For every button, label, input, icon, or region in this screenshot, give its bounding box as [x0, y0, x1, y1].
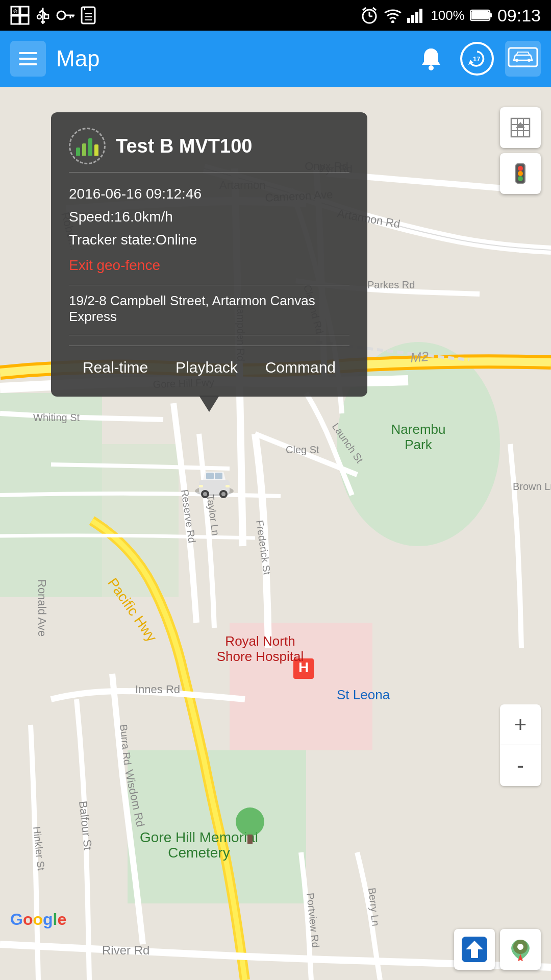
svg-text:Ronald Ave: Ronald Ave	[36, 579, 48, 636]
map-layer-icon	[509, 116, 532, 139]
svg-rect-16	[82, 7, 95, 23]
command-button[interactable]: Command	[255, 354, 346, 381]
svg-rect-33	[471, 11, 489, 19]
info-popup: Test B MVT100 2016-06-16 09:12:46 Speed:…	[51, 112, 367, 397]
svg-rect-37	[509, 48, 537, 66]
svg-point-105	[518, 176, 523, 181]
svg-point-8	[37, 15, 41, 19]
svg-text:17: 17	[473, 55, 480, 63]
geo-fence-alert: Exit geo-fence	[69, 254, 349, 277]
svg-rect-95	[226, 485, 230, 487]
map-side-buttons	[500, 107, 541, 194]
bell-button[interactable]	[413, 41, 449, 77]
svg-text:St Leona: St Leona	[337, 687, 390, 702]
bottom-right-icons	[454, 929, 541, 970]
status-icons-left: 会	[10, 6, 96, 25]
svg-text:Brown Ln: Brown Ln	[513, 481, 551, 492]
svg-point-34	[429, 65, 434, 70]
svg-text:Innes Rd: Innes Rd	[135, 683, 180, 696]
status-icons-right: 100% 09:13	[360, 6, 541, 26]
directions-button[interactable]	[454, 929, 495, 970]
status-icon-1: 会	[10, 6, 30, 25]
app-title: Map	[56, 46, 100, 71]
svg-rect-30	[419, 9, 422, 23]
traffic-icon	[509, 162, 532, 185]
svg-text:Parkes Rd: Parkes Rd	[367, 279, 415, 290]
popup-divider	[69, 285, 349, 285]
svg-point-26	[391, 20, 394, 23]
popup-info: 2016-06-16 09:12:46 Speed:16.0km/h Track…	[69, 183, 349, 277]
zoom-out-button[interactable]: -	[500, 745, 541, 786]
refresh-circle: 17	[460, 42, 494, 76]
svg-text:Royal North: Royal North	[225, 633, 295, 649]
sim-icon	[81, 6, 96, 24]
svg-rect-3	[20, 16, 29, 24]
key-icon	[56, 8, 74, 22]
car-button[interactable]	[505, 41, 541, 77]
popup-address: 19/2-8 Campbell Street, Artarmon Canvas …	[69, 293, 349, 325]
svg-point-91	[203, 492, 207, 496]
svg-rect-89	[215, 473, 222, 479]
menu-icon	[19, 52, 37, 65]
svg-text:Cleg St: Cleg St	[286, 444, 319, 455]
svg-text:Park: Park	[405, 437, 432, 452]
map-layer-button[interactable]	[500, 107, 541, 148]
svg-rect-32	[490, 13, 492, 17]
directions-icon	[462, 937, 487, 962]
popup-actions-divider	[69, 335, 349, 335]
battery-text: 100%	[431, 8, 465, 23]
tracker-state: Tracker state:Online	[69, 229, 349, 252]
bar-chart-icon	[76, 136, 98, 156]
refresh-icon: 17	[467, 48, 487, 69]
refresh-button[interactable]: 17	[459, 41, 495, 77]
svg-point-104	[518, 171, 523, 176]
app-bar: Map 17	[0, 31, 551, 87]
svg-rect-1	[20, 7, 29, 15]
popup-actions: Real-time Playback Command	[69, 346, 349, 381]
svg-text:Shore Hospital: Shore Hospital	[217, 649, 304, 664]
svg-rect-28	[411, 15, 414, 23]
svg-rect-29	[415, 12, 418, 23]
svg-text:会: 会	[13, 8, 18, 14]
svg-rect-88	[206, 473, 214, 479]
realtime-button[interactable]: Real-time	[72, 354, 158, 381]
google-maps-icon	[508, 937, 533, 962]
status-bar: 会	[0, 0, 551, 31]
battery-icon	[470, 9, 492, 22]
bell-icon	[420, 46, 442, 71]
svg-point-84	[236, 807, 264, 836]
zoom-in-button[interactable]: +	[500, 704, 541, 745]
svg-point-39	[515, 59, 518, 62]
speed: Speed:16.0km/h	[69, 206, 349, 229]
device-icon	[69, 128, 106, 164]
svg-text:Whiting St: Whiting St	[33, 412, 80, 423]
svg-point-109	[517, 944, 523, 950]
svg-rect-94	[199, 485, 203, 487]
svg-text:M2: M2	[410, 349, 430, 365]
svg-point-93	[221, 492, 226, 496]
usb-icon	[36, 6, 50, 25]
svg-text:Narembu: Narembu	[391, 422, 446, 437]
svg-line-24	[363, 8, 366, 10]
traffic-button[interactable]	[500, 153, 541, 194]
svg-point-40	[528, 59, 531, 62]
playback-button[interactable]: Playback	[165, 354, 248, 381]
svg-rect-85	[247, 835, 253, 844]
device-name: Test B MVT100	[116, 135, 252, 157]
google-logo: Google	[10, 910, 66, 929]
menu-button[interactable]	[10, 41, 46, 77]
svg-rect-9	[44, 15, 48, 18]
popup-header: Test B MVT100	[69, 128, 349, 173]
alarm-icon	[360, 6, 379, 24]
svg-point-103	[518, 166, 523, 171]
map-area: H Onyx Rd Cameron Ave Artarmon Rd Pyrl R…	[0, 87, 551, 980]
google-maps-button[interactable]	[500, 929, 541, 970]
car-icon	[508, 46, 538, 71]
signal-icon	[407, 8, 425, 23]
svg-text:Cemetery: Cemetery	[168, 845, 230, 861]
svg-rect-2	[11, 16, 19, 24]
svg-rect-27	[407, 18, 410, 23]
app-bar-left: Map	[10, 41, 100, 77]
app-bar-right: 17	[413, 41, 541, 77]
wifi-icon	[384, 8, 402, 23]
